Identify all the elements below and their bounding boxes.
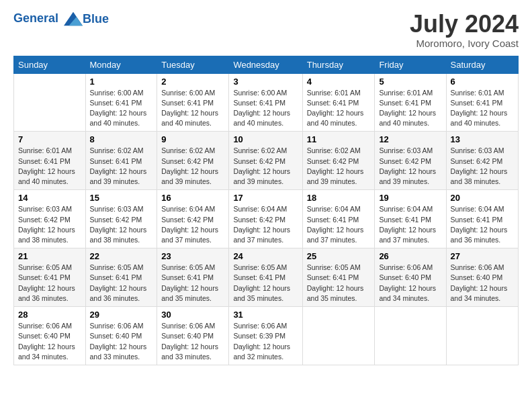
calendar-table: SundayMondayTuesdayWednesdayThursdayFrid…	[13, 56, 519, 365]
day-info: Sunrise: 6:01 AMSunset: 6:41 PMDaylight:…	[307, 88, 371, 129]
day-number: 18	[307, 193, 371, 203]
day-info: Sunrise: 6:03 AMSunset: 6:42 PMDaylight:…	[90, 204, 153, 245]
day-info: Sunrise: 6:01 AMSunset: 6:41 PMDaylight:…	[451, 88, 515, 129]
calendar-cell: 4Sunrise: 6:01 AMSunset: 6:41 PMDaylight…	[302, 73, 375, 132]
calendar-week-5: 28Sunrise: 6:06 AMSunset: 6:40 PMDayligh…	[14, 307, 519, 365]
calendar-cell	[14, 73, 86, 132]
day-number: 5	[379, 77, 441, 87]
logo-blue: Blue	[83, 12, 109, 26]
calendar-cell: 18Sunrise: 6:04 AMSunset: 6:41 PMDayligh…	[302, 190, 375, 248]
day-number: 12	[379, 134, 441, 144]
day-info: Sunrise: 6:06 AMSunset: 6:40 PMDaylight:…	[379, 263, 441, 304]
day-info: Sunrise: 6:06 AMSunset: 6:40 PMDaylight:…	[90, 321, 153, 362]
weekday-header-wednesday: Wednesday	[229, 56, 302, 73]
day-info: Sunrise: 6:06 AMSunset: 6:40 PMDaylight:…	[451, 263, 515, 304]
day-info: Sunrise: 6:04 AMSunset: 6:41 PMDaylight:…	[307, 204, 371, 245]
day-number: 11	[307, 134, 371, 144]
logo-text: General	[13, 11, 83, 27]
day-number: 27	[451, 251, 515, 261]
day-info: Sunrise: 6:00 AMSunset: 6:41 PMDaylight:…	[161, 88, 224, 129]
day-number: 6	[451, 77, 515, 87]
calendar-cell: 21Sunrise: 6:05 AMSunset: 6:41 PMDayligh…	[14, 248, 86, 307]
day-info: Sunrise: 6:04 AMSunset: 6:41 PMDaylight:…	[379, 204, 441, 245]
calendar-week-3: 14Sunrise: 6:03 AMSunset: 6:42 PMDayligh…	[14, 190, 519, 248]
day-info: Sunrise: 6:04 AMSunset: 6:42 PMDaylight:…	[233, 204, 298, 245]
calendar-week-4: 21Sunrise: 6:05 AMSunset: 6:41 PMDayligh…	[14, 248, 519, 307]
day-info: Sunrise: 6:02 AMSunset: 6:42 PMDaylight:…	[161, 146, 224, 187]
day-info: Sunrise: 6:06 AMSunset: 6:40 PMDaylight:…	[161, 321, 224, 362]
calendar-cell: 15Sunrise: 6:03 AMSunset: 6:42 PMDayligh…	[85, 190, 157, 248]
day-number: 28	[18, 310, 81, 320]
title-block: July 2024 Moromoro, Ivory Coast	[410, 11, 519, 49]
calendar-cell: 11Sunrise: 6:02 AMSunset: 6:42 PMDayligh…	[302, 132, 375, 190]
logo: General Blue	[13, 11, 109, 27]
calendar-cell: 22Sunrise: 6:05 AMSunset: 6:41 PMDayligh…	[85, 248, 157, 307]
calendar-cell: 7Sunrise: 6:01 AMSunset: 6:41 PMDaylight…	[14, 132, 86, 190]
day-number: 4	[307, 77, 371, 87]
day-number: 3	[233, 77, 298, 87]
day-info: Sunrise: 6:03 AMSunset: 6:42 PMDaylight:…	[18, 204, 81, 245]
calendar-cell: 23Sunrise: 6:05 AMSunset: 6:41 PMDayligh…	[157, 248, 229, 307]
day-number: 17	[233, 193, 298, 203]
day-info: Sunrise: 6:00 AMSunset: 6:41 PMDaylight:…	[90, 88, 153, 129]
day-info: Sunrise: 6:01 AMSunset: 6:41 PMDaylight:…	[18, 146, 81, 187]
weekday-header-row: SundayMondayTuesdayWednesdayThursdayFrid…	[14, 56, 519, 73]
calendar-cell: 8Sunrise: 6:02 AMSunset: 6:41 PMDaylight…	[85, 132, 157, 190]
day-number: 1	[90, 77, 153, 87]
calendar-cell: 14Sunrise: 6:03 AMSunset: 6:42 PMDayligh…	[14, 190, 86, 248]
calendar-cell	[446, 307, 519, 365]
day-number: 29	[90, 310, 153, 320]
calendar-cell: 20Sunrise: 6:04 AMSunset: 6:41 PMDayligh…	[446, 190, 519, 248]
weekday-header-thursday: Thursday	[302, 56, 375, 73]
calendar-cell: 29Sunrise: 6:06 AMSunset: 6:40 PMDayligh…	[85, 307, 157, 365]
calendar-cell: 3Sunrise: 6:00 AMSunset: 6:41 PMDaylight…	[229, 73, 302, 132]
day-number: 7	[18, 134, 81, 144]
calendar-cell: 16Sunrise: 6:04 AMSunset: 6:42 PMDayligh…	[157, 190, 229, 248]
day-info: Sunrise: 6:05 AMSunset: 6:41 PMDaylight:…	[90, 263, 153, 304]
weekday-header-sunday: Sunday	[14, 56, 86, 73]
day-number: 25	[307, 251, 371, 261]
day-info: Sunrise: 6:03 AMSunset: 6:42 PMDaylight:…	[451, 146, 515, 187]
calendar-cell: 1Sunrise: 6:00 AMSunset: 6:41 PMDaylight…	[85, 73, 157, 132]
calendar-cell: 5Sunrise: 6:01 AMSunset: 6:41 PMDaylight…	[375, 73, 446, 132]
day-info: Sunrise: 6:05 AMSunset: 6:41 PMDaylight:…	[18, 263, 81, 304]
day-info: Sunrise: 6:02 AMSunset: 6:41 PMDaylight:…	[90, 146, 153, 187]
day-info: Sunrise: 6:02 AMSunset: 6:42 PMDaylight:…	[233, 146, 298, 187]
calendar-cell: 6Sunrise: 6:01 AMSunset: 6:41 PMDaylight…	[446, 73, 519, 132]
day-number: 22	[90, 251, 153, 261]
day-info: Sunrise: 6:04 AMSunset: 6:42 PMDaylight:…	[161, 204, 224, 245]
day-number: 15	[90, 193, 153, 203]
weekday-header-monday: Monday	[85, 56, 157, 73]
day-info: Sunrise: 6:05 AMSunset: 6:41 PMDaylight:…	[233, 263, 298, 304]
location: Moromoro, Ivory Coast	[410, 38, 519, 49]
day-info: Sunrise: 6:05 AMSunset: 6:41 PMDaylight:…	[161, 263, 224, 304]
day-number: 14	[18, 193, 81, 203]
day-number: 19	[379, 193, 441, 203]
day-number: 31	[233, 310, 298, 320]
weekday-header-saturday: Saturday	[446, 56, 519, 73]
day-info: Sunrise: 6:04 AMSunset: 6:41 PMDaylight:…	[451, 204, 515, 245]
day-info: Sunrise: 6:06 AMSunset: 6:40 PMDaylight:…	[18, 321, 81, 362]
calendar-cell: 2Sunrise: 6:00 AMSunset: 6:41 PMDaylight…	[157, 73, 229, 132]
calendar-cell	[302, 307, 375, 365]
day-info: Sunrise: 6:05 AMSunset: 6:41 PMDaylight:…	[307, 263, 371, 304]
day-number: 23	[161, 251, 224, 261]
day-number: 13	[451, 134, 515, 144]
weekday-header-tuesday: Tuesday	[157, 56, 229, 73]
calendar-cell: 12Sunrise: 6:03 AMSunset: 6:42 PMDayligh…	[375, 132, 446, 190]
calendar-cell: 26Sunrise: 6:06 AMSunset: 6:40 PMDayligh…	[375, 248, 446, 307]
day-number: 8	[90, 134, 153, 144]
day-number: 10	[233, 134, 298, 144]
day-info: Sunrise: 6:06 AMSunset: 6:39 PMDaylight:…	[233, 321, 298, 362]
calendar-cell: 24Sunrise: 6:05 AMSunset: 6:41 PMDayligh…	[229, 248, 302, 307]
weekday-header-friday: Friday	[375, 56, 446, 73]
calendar-week-2: 7Sunrise: 6:01 AMSunset: 6:41 PMDaylight…	[14, 132, 519, 190]
calendar-cell: 19Sunrise: 6:04 AMSunset: 6:41 PMDayligh…	[375, 190, 446, 248]
calendar-cell: 25Sunrise: 6:05 AMSunset: 6:41 PMDayligh…	[302, 248, 375, 307]
day-number: 26	[379, 251, 441, 261]
day-number: 16	[161, 193, 224, 203]
calendar-cell	[375, 307, 446, 365]
calendar-cell: 10Sunrise: 6:02 AMSunset: 6:42 PMDayligh…	[229, 132, 302, 190]
calendar-cell: 30Sunrise: 6:06 AMSunset: 6:40 PMDayligh…	[157, 307, 229, 365]
calendar-cell: 28Sunrise: 6:06 AMSunset: 6:40 PMDayligh…	[14, 307, 86, 365]
